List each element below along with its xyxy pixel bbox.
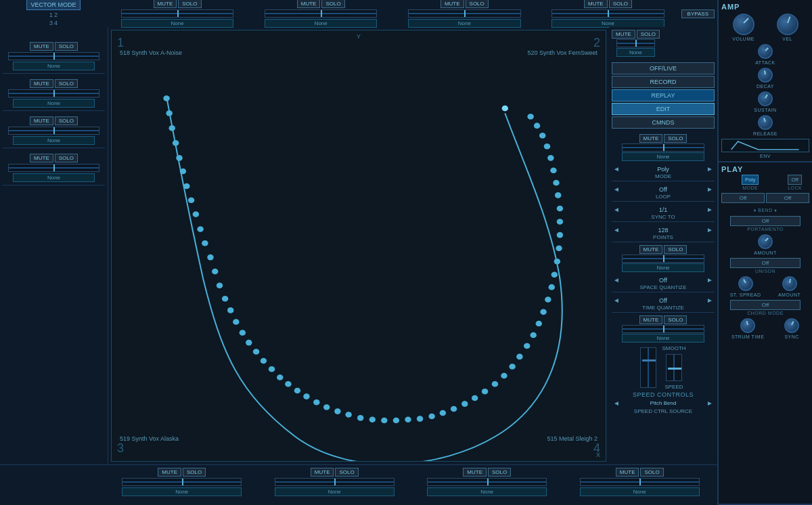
left-ch4-mute[interactable]: MUTE	[30, 154, 53, 162]
left-ch3-mute[interactable]: MUTE	[30, 116, 53, 125]
speed-src-left[interactable]: ◄	[612, 399, 621, 407]
right-ch2-mute[interactable]: MUTE	[639, 134, 663, 143]
bot-ch1-mute[interactable]: MUTE	[158, 468, 181, 477]
bot-ch4-slider[interactable]	[580, 478, 700, 486]
bot-ch1-solo[interactable]: SOLO	[183, 468, 206, 477]
right-ch1-solo[interactable]: SOLO	[637, 30, 660, 39]
top-ch2-solo[interactable]: SOLO	[321, 0, 344, 8]
bot-ch2-mute[interactable]: MUTE	[311, 468, 334, 477]
speed-src-right[interactable]: ►	[705, 399, 715, 407]
right-ch1-mute[interactable]: MUTE	[612, 30, 635, 39]
left-ch4-slider[interactable]	[8, 164, 100, 172]
points-right[interactable]: ►	[705, 226, 715, 234]
st-spread-knob[interactable]	[738, 276, 753, 291]
right-ch2-slider[interactable]	[622, 144, 704, 152]
bot-ch2-slider[interactable]	[275, 478, 394, 486]
right-ch4-slider[interactable]	[622, 325, 704, 333]
portamento-amount-knob[interactable]	[758, 234, 773, 249]
bot-ch3-mute[interactable]: MUTE	[463, 468, 487, 477]
off-live-button[interactable]: OFF/LIVE	[612, 62, 715, 74]
poly-mode-left[interactable]: ◄	[612, 165, 621, 173]
smooth-slider[interactable]	[640, 347, 656, 388]
time-q-right[interactable]: ►	[705, 297, 715, 304]
points-left[interactable]: ◄	[612, 226, 621, 234]
vel-knob[interactable]	[777, 14, 798, 35]
play-lock-button[interactable]: Off	[788, 175, 802, 185]
attack-knob[interactable]	[758, 44, 773, 59]
left-ch1-slider[interactable]	[8, 52, 100, 60]
record-button[interactable]: RECORD	[612, 76, 715, 88]
strum-time-knob[interactable]	[740, 318, 755, 333]
bypass-button[interactable]: BYPASS	[681, 9, 715, 18]
left-ch1-mute[interactable]: MUTE	[30, 42, 53, 51]
volume-knob[interactable]	[733, 14, 754, 35]
decay-knob[interactable]	[758, 68, 773, 83]
xy-pad[interactable]: 1 2 3 4 Y X 518 Synth Vox A-Noise 520 Sy…	[111, 30, 606, 462]
svg-point-49	[540, 309, 546, 315]
right-ch1-slider[interactable]	[616, 39, 655, 47]
bend-right-button[interactable]: Off	[766, 193, 809, 203]
unison-button[interactable]: Off	[730, 258, 800, 268]
sync-right[interactable]: ►	[705, 206, 715, 213]
release-knob[interactable]	[758, 115, 773, 130]
sync-left[interactable]: ◄	[612, 206, 621, 213]
right-ch3-solo[interactable]: SOLO	[664, 245, 687, 254]
top-ch1-slider[interactable]	[121, 9, 234, 18]
svg-point-48	[536, 321, 542, 327]
svg-point-13	[217, 282, 223, 288]
left-ch2-mute[interactable]: MUTE	[30, 79, 53, 88]
bot-ch4-mute[interactable]: MUTE	[616, 468, 639, 477]
right-ch3-slider[interactable]	[622, 255, 704, 263]
speed-ctrl-source-row: ◄ Pitch Bend ►	[612, 399, 715, 407]
top-ch4-slider[interactable]	[551, 9, 664, 18]
left-ch2-slider[interactable]	[8, 89, 100, 97]
bot-ch2-solo[interactable]: SOLO	[335, 468, 358, 477]
right-ch3-mute[interactable]: MUTE	[639, 245, 663, 254]
svg-point-52	[551, 272, 558, 278]
loop-right[interactable]: ►	[705, 185, 715, 193]
left-ch4-solo[interactable]: SOLO	[55, 154, 78, 162]
vel-label: VEL	[782, 37, 792, 41]
bot-ch1-slider[interactable]	[122, 478, 242, 486]
left-ch3-solo[interactable]: SOLO	[55, 116, 78, 125]
right-ch4-mute[interactable]: MUTE	[639, 315, 663, 324]
top-ch4-solo[interactable]: SOLO	[609, 0, 632, 8]
svg-point-33	[393, 418, 399, 424]
replay-button[interactable]: REPLAY	[612, 89, 715, 102]
edit-button[interactable]: EDIT	[612, 103, 715, 115]
svg-point-50	[545, 297, 551, 303]
top-ch2-slider[interactable]	[265, 9, 378, 18]
play-mode-button[interactable]: Poly	[742, 175, 759, 185]
cmnds-button[interactable]: CMNDS	[612, 116, 715, 129]
bot-ch3-slider[interactable]	[427, 478, 547, 486]
right-ch2-solo[interactable]: SOLO	[664, 134, 687, 143]
left-ch2-solo[interactable]: SOLO	[55, 79, 78, 88]
space-q-right[interactable]: ►	[705, 276, 715, 284]
sync-label: SYNC	[784, 334, 798, 339]
bend-left-button[interactable]: Off	[721, 193, 765, 203]
top-ch3-solo[interactable]: SOLO	[466, 0, 489, 8]
top-ch1-mute[interactable]: MUTE	[154, 0, 177, 8]
strum-time-label: STRUM TIME	[731, 334, 764, 339]
top-ch4-mute[interactable]: MUTE	[584, 0, 608, 8]
top-ch2-mute[interactable]: MUTE	[297, 0, 321, 8]
space-q-left[interactable]: ◄	[612, 276, 621, 284]
right-ch4-solo[interactable]: SOLO	[664, 315, 687, 324]
loop-left[interactable]: ◄	[612, 185, 621, 193]
portamento-button[interactable]: Off	[730, 216, 800, 226]
poly-mode-right[interactable]: ►	[705, 165, 715, 173]
time-q-left[interactable]: ◄	[612, 297, 621, 304]
vector-mode-button[interactable]: VECTOR MODE	[26, 0, 81, 10]
left-ch3-slider[interactable]	[8, 127, 100, 135]
chord-mode-button[interactable]: Off	[730, 300, 800, 310]
spread-amount-knob[interactable]	[782, 276, 797, 291]
bot-ch3-solo[interactable]: SOLO	[488, 468, 511, 477]
sustain-knob[interactable]	[758, 91, 773, 106]
left-ch1-solo[interactable]: SOLO	[55, 42, 78, 51]
top-ch3-mute[interactable]: MUTE	[441, 0, 464, 8]
bot-ch4-solo[interactable]: SOLO	[640, 468, 663, 477]
top-ch1-solo[interactable]: SOLO	[178, 0, 201, 8]
top-ch3-slider[interactable]	[408, 9, 521, 18]
speed-slider[interactable]	[666, 354, 682, 381]
sync-knob[interactable]	[784, 318, 799, 333]
